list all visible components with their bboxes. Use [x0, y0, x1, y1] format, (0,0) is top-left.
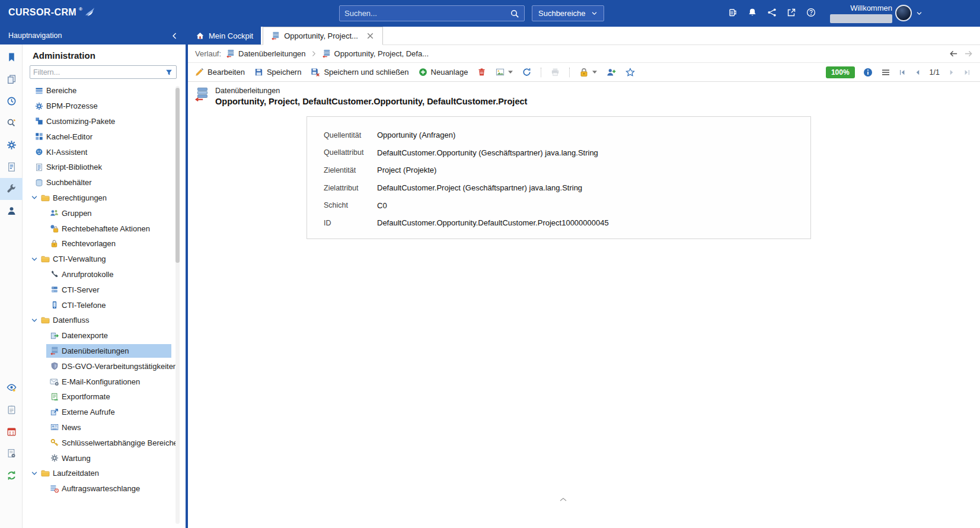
sidebar-item-ki-assistent[interactable]: KI-Assistent	[23, 144, 186, 160]
search-icon[interactable]	[510, 9, 519, 18]
clipboard-rail-button[interactable]	[0, 399, 23, 421]
sidebar-item-ds-gvo-verarbeitungst-tigkeiten[interactable]: DS-GVO-Verarbeitungstätigkeiten	[23, 358, 186, 374]
sidebar-item-schl-sselwertabh-ngige-bereiche[interactable]: Schlüsselwertabhängige Bereiche	[23, 435, 186, 450]
next-page-icon[interactable]	[948, 69, 955, 76]
favorite-button[interactable]	[625, 68, 635, 77]
sidebar-item-gruppen[interactable]: Gruppen	[23, 205, 186, 221]
filter-icon[interactable]	[165, 68, 173, 77]
filter-input[interactable]	[33, 68, 165, 77]
sidebar-item-rechtevorlagen[interactable]: Rechtevorlagen	[23, 236, 186, 252]
sidebar-item-bereiche[interactable]: Bereiche	[23, 83, 186, 98]
avatar[interactable]	[895, 5, 912, 21]
image-dropdown-button[interactable]	[496, 68, 513, 77]
sidebar-item-label: Datenfluss	[52, 316, 89, 325]
chevron-down-icon[interactable]	[30, 194, 39, 201]
delete-button[interactable]	[477, 68, 486, 77]
sidebar-item-cti-telefone[interactable]: CTI-Telefone	[23, 297, 186, 313]
chevron-down-icon[interactable]	[30, 470, 39, 477]
tab-label: Mein Cockpit	[209, 31, 253, 40]
sidebar-item-exportformate[interactable]: Exportformate	[23, 389, 186, 405]
sidebar-item-datenexporte[interactable]: Datenexporte	[23, 328, 186, 343]
sidebar-item-daten-berleitungen[interactable]: Datenüberleitungen	[23, 343, 186, 359]
sidebar-item-e-mail-konfigurationen[interactable]: E-Mail-Konfigurationen	[23, 374, 186, 389]
chevron-down-icon[interactable]	[30, 256, 39, 263]
sidebar-item-skript-bibliothek[interactable]: Skript-Bibliothek	[23, 160, 186, 175]
sidebar-item-news[interactable]: News	[23, 420, 186, 435]
chevron-right-icon	[311, 50, 317, 57]
toolbar: Bearbeiten Speichern Speichern und schli…	[188, 63, 980, 82]
bookmark-rail-button[interactable]	[0, 46, 23, 68]
refresh-button[interactable]	[522, 68, 531, 77]
sidebar-item-suchbeh-lter[interactable]: Suchbehälter	[23, 175, 186, 190]
zoom-badge[interactable]: 100%	[826, 66, 855, 78]
doc-gear-rail-button[interactable]	[0, 443, 23, 465]
sidebar-item-cti-server[interactable]: CTI-Server	[23, 282, 186, 297]
field-label: Zielattribut	[324, 184, 377, 192]
bell-icon[interactable]	[748, 8, 757, 17]
calendar-rail-button[interactable]	[0, 421, 23, 443]
folder-icon	[39, 193, 52, 202]
close-icon[interactable]	[366, 31, 375, 40]
breadcrumb-item-label: Opportunity, Project, Defa...	[334, 49, 429, 58]
gear-rail-button[interactable]	[0, 134, 23, 156]
collapse-bottom-panel-icon[interactable]	[558, 497, 568, 502]
last-page-icon[interactable]	[963, 69, 971, 76]
script-icon	[33, 163, 45, 171]
save-close-button[interactable]: Speichern und schließen	[311, 68, 408, 77]
print-button[interactable]	[551, 68, 560, 77]
wrench-rail-button[interactable]	[0, 178, 23, 200]
new-button[interactable]: Neuanlage	[419, 68, 468, 77]
tab-mein-cockpit[interactable]: Mein Cockpit	[188, 27, 261, 44]
data-transfer-icon	[194, 87, 209, 102]
document-check-rail-button[interactable]	[0, 156, 23, 178]
external-link-icon[interactable]	[787, 8, 796, 17]
field-value: DefaultCustomer.Opportunity (Geschäftspa…	[377, 148, 598, 157]
forward-arrow-icon[interactable]	[964, 49, 973, 58]
profile-chevron-icon[interactable]	[916, 10, 922, 17]
sidebar-item-externe-aufrufe[interactable]: Externe Aufrufe	[23, 405, 186, 420]
global-search	[339, 5, 525, 21]
breadcrumb-item-opportunity-project-defa[interactable]: Opportunity, Project, Defa...	[322, 49, 429, 58]
sidebar-item-anrufprotokolle[interactable]: Anrufprotokolle	[23, 267, 186, 282]
app-logo-text: CURSOR-CRM	[8, 7, 76, 18]
edit-button[interactable]: Bearbeiten	[195, 68, 245, 77]
history-rail-button[interactable]	[0, 90, 23, 112]
info-icon[interactable]	[863, 68, 873, 77]
sync-rail-button[interactable]	[0, 465, 23, 486]
beer-mug-icon[interactable]	[728, 8, 738, 17]
key-icon	[48, 438, 60, 447]
sidebar-item-berechtigungen[interactable]: Berechtigungen	[23, 190, 186, 206]
sidebar-item-laufzeitdaten[interactable]: Laufzeitdaten	[23, 466, 186, 481]
icon-rail	[0, 44, 23, 528]
sidebar-item-bpm-prozesse[interactable]: BPM-Prozesse	[23, 98, 186, 114]
sidebar-item-label: News	[60, 423, 81, 432]
sidebar-item-kachel-editor[interactable]: Kachel-Editor	[23, 129, 186, 144]
search-areas-button[interactable]: Suchbereiche	[532, 5, 604, 21]
eye-star-rail-button[interactable]	[0, 377, 23, 399]
search-input[interactable]	[344, 9, 510, 18]
sidebar-item-rechtebehaftete-aktionen[interactable]: Rechtebehaftete Aktionen	[23, 221, 186, 236]
sidebar-item-cti-verwaltung[interactable]: CTI-Verwaltung	[23, 252, 186, 267]
sidebar-item-wartung[interactable]: Wartung	[23, 450, 186, 466]
person-rail-button[interactable]	[0, 200, 23, 222]
breadcrumb-item-daten-berleitungen[interactable]: Datenüberleitungen	[226, 49, 305, 58]
sidebar-item-auftragswarteschlange[interactable]: Auftragswarteschlange	[23, 481, 186, 497]
lock-dropdown-button[interactable]	[579, 68, 597, 77]
first-page-icon[interactable]	[899, 69, 906, 76]
copy-rail-button[interactable]	[0, 68, 23, 90]
back-arrow-icon[interactable]	[949, 49, 958, 58]
tab-opportunity-project[interactable]: Opportunity, Project...	[263, 27, 383, 45]
person-plus-button[interactable]	[606, 68, 616, 77]
sidebar-item-label: Suchbehälter	[45, 178, 92, 187]
nav-scrollbar-thumb[interactable]	[175, 88, 180, 263]
menu-icon[interactable]	[881, 68, 890, 77]
prev-page-icon[interactable]	[914, 69, 921, 76]
sidebar-item-customizing-pakete[interactable]: Customizing-Pakete	[23, 114, 186, 129]
chevron-down-icon[interactable]	[30, 317, 39, 324]
search-edit-rail-button[interactable]	[0, 112, 23, 134]
save-button[interactable]: Speichern	[254, 68, 302, 77]
collapse-sidebar-icon[interactable]	[171, 32, 178, 40]
help-icon[interactable]	[806, 8, 816, 17]
share-icon[interactable]	[767, 8, 777, 17]
sidebar-item-datenfluss[interactable]: Datenfluss	[23, 313, 186, 328]
